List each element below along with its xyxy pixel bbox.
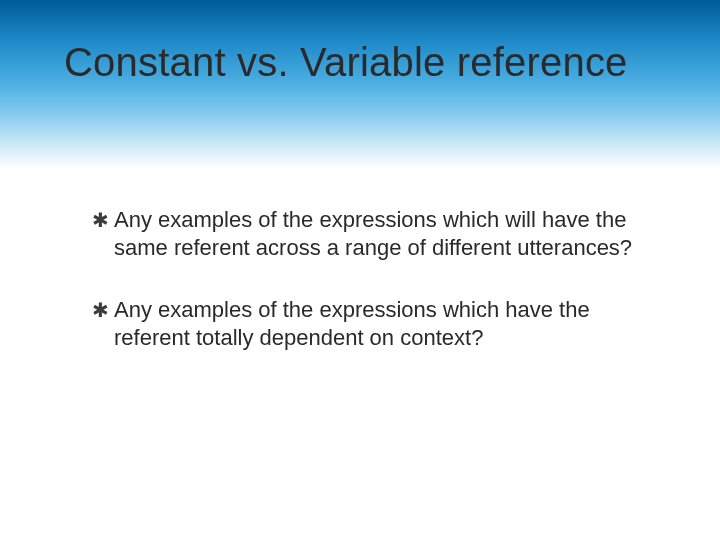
bullet-text: Any examples of the expressions which wi…: [114, 206, 660, 262]
list-item: ✱ Any examples of the expressions which …: [92, 296, 660, 352]
bullet-text: Any examples of the expressions which ha…: [114, 296, 660, 352]
asterisk-icon: ✱: [92, 296, 114, 324]
slide-body: ✱ Any examples of the expressions which …: [92, 206, 660, 386]
asterisk-icon: ✱: [92, 206, 114, 234]
list-item: ✱ Any examples of the expressions which …: [92, 206, 660, 262]
slide-title: Constant vs. Variable reference: [64, 40, 680, 85]
title-band: [0, 0, 720, 170]
